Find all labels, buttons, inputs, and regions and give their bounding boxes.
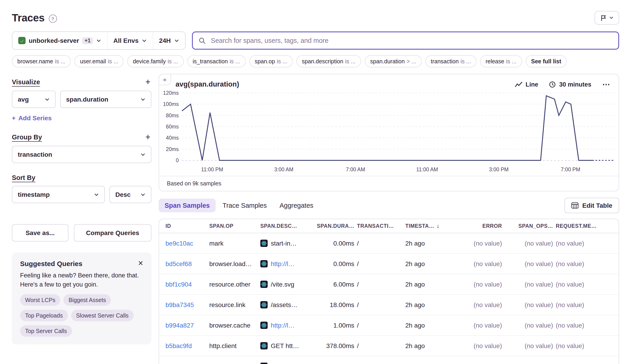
span-id-link[interactable]: be9c10ac	[165, 240, 193, 247]
timestamp-cell: 2h ago	[405, 260, 425, 268]
span-id-link[interactable]: b9ba7345	[165, 301, 194, 308]
column-header-timesta[interactable]: TIMESTA…↓	[405, 223, 449, 229]
search-bar[interactable]	[192, 32, 619, 50]
aggregate-select[interactable]: avg	[12, 91, 56, 108]
collapse-sidebar-button[interactable]: «	[159, 74, 171, 85]
error-cell: (no value)	[449, 240, 505, 247]
suggested-query-chips: Worst LCPsBiggest AssetsTop PageloadsSlo…	[20, 294, 143, 341]
chevron-down-icon	[94, 192, 99, 197]
suggested-queries-title: Suggested Queries	[20, 260, 143, 268]
transaction-cell: /	[357, 322, 405, 329]
feature-flags-button[interactable]	[594, 11, 619, 24]
close-icon[interactable]: ×	[135, 258, 146, 268]
filter-chip[interactable]: user.email is ...	[75, 55, 124, 68]
suggested-query-chip[interactable]: Top Server Calls	[20, 325, 72, 337]
suggested-query-chip[interactable]: Slowest Server Calls	[71, 310, 134, 321]
add-visualize-button[interactable]: +	[145, 78, 151, 86]
filter-chip-key: release	[486, 58, 504, 64]
transaction-cell: /	[357, 301, 405, 308]
samples-note: Based on 9k samples	[159, 176, 619, 191]
column-header-request-me[interactable]: REQUEST.ME…	[556, 223, 612, 229]
table-row[interactable]: bd5cef68 browser.load… http://l… 0.00ms …	[159, 254, 619, 274]
timestamp-cell: 2h ago	[405, 240, 425, 247]
group-by-select[interactable]: transaction	[12, 146, 151, 163]
span-ops-cell: (no value)	[505, 240, 556, 247]
chart-type-control[interactable]: Line	[514, 81, 538, 88]
column-header-error[interactable]: ERROR	[449, 223, 505, 229]
date-range-selector[interactable]: 24H	[153, 32, 185, 49]
filter-chip[interactable]: is_transaction is ...	[187, 55, 245, 68]
see-full-list-button[interactable]: See full list	[526, 55, 567, 68]
column-header-transacti[interactable]: TRANSACTI…	[357, 223, 405, 229]
line-chart-icon	[514, 81, 522, 87]
span-op-cell: browser.cache	[209, 322, 260, 329]
svg-text:20ms: 20ms	[166, 146, 179, 152]
column-header-span-dura[interactable]: SPAN.DURA…	[317, 223, 357, 229]
svg-text:3:00 PM: 3:00 PM	[489, 166, 509, 172]
column-header-span-desc[interactable]: SPAN.DESC…	[260, 223, 317, 229]
visualize-label: Visualize	[12, 78, 40, 86]
edit-table-button[interactable]: Edit Table	[564, 198, 619, 213]
visualize-field-select[interactable]: span.duration	[60, 91, 151, 108]
react-project-icon	[260, 322, 268, 329]
span-id-link[interactable]: b5bac9fd	[165, 342, 192, 350]
span-id-link[interactable]: b994a827	[165, 322, 194, 329]
filter-chip[interactable]: span.duration > ...	[365, 55, 422, 68]
help-icon[interactable]: ?	[49, 14, 57, 23]
sort-direction-select[interactable]: Desc	[109, 186, 151, 203]
date-range-label: 24H	[159, 37, 171, 44]
table-row[interactable]: b994a827 browser.cache http://l… 1.00ms …	[159, 315, 619, 336]
suggested-query-chip[interactable]: Biggest Assets	[64, 294, 111, 306]
suggested-query-chip[interactable]: Top Pageloads	[20, 310, 68, 321]
add-series-button[interactable]: + Add Series	[12, 114, 52, 122]
table-body: be9c10ac mark start-in… 0.00ms / 2h ago …	[159, 233, 619, 364]
react-project-icon	[260, 342, 268, 350]
span-ops-cell: (no value)	[505, 342, 556, 350]
table-row[interactable]: b9ba7345 resource.link /assets… 18.00ms …	[159, 295, 619, 315]
filter-chip[interactable]: device.family is ...	[127, 55, 183, 68]
suggested-query-chip[interactable]: Worst LCPs	[20, 294, 60, 306]
filter-chip-op: > ...	[407, 58, 416, 64]
chevron-down-icon	[609, 16, 613, 20]
filter-chip[interactable]: browser.name is ...	[12, 55, 71, 68]
environment-selector[interactable]: All Envs	[107, 32, 153, 49]
column-header-span-ops[interactable]: SPAN_OPS…	[505, 223, 556, 229]
table-row[interactable]: b5bac9fd http.client GET htt… 378.00ms /…	[159, 336, 619, 356]
span-desc-cell: /vite.svg	[260, 281, 317, 288]
plus-icon: +	[12, 114, 16, 122]
table-row[interactable]: be9c10ac mark start-in… 0.00ms / 2h ago …	[159, 233, 619, 254]
span-desc-text: GET htt…	[271, 342, 299, 350]
filter-chip[interactable]: span.op is ...	[249, 55, 293, 68]
filter-chip[interactable]: transaction is ...	[425, 55, 476, 68]
compare-queries-button[interactable]: Compare Queries	[74, 224, 151, 242]
project-icon	[18, 37, 26, 44]
column-header-span-op[interactable]: SPAN.OP	[209, 223, 260, 229]
tab-trace-samples[interactable]: Trace Samples	[217, 199, 273, 212]
visualize-field-value: span.duration	[66, 96, 108, 103]
span-id-link[interactable]: b41bfb26	[165, 363, 192, 364]
interval-control[interactable]: 30 minutes	[549, 81, 591, 88]
table-row[interactable]: bbf1c904 resource.other /vite.svg 6.00ms…	[159, 274, 619, 295]
save-as-button[interactable]: Save as...	[12, 224, 68, 242]
sort-direction-value: Desc	[115, 191, 131, 198]
span-id-link[interactable]: bbf1c904	[165, 281, 192, 288]
table-icon	[571, 202, 578, 209]
filter-chip[interactable]: release is ...	[480, 55, 522, 68]
filter-chip-key: span.duration	[370, 58, 405, 64]
table-row[interactable]: b41bfb26 resource.ifra… https://… 276.00…	[159, 356, 619, 364]
request-method-cell: (no value)	[556, 281, 612, 288]
span-op-cell: resource.other	[209, 281, 260, 288]
span-id-link[interactable]: bd5cef68	[165, 260, 192, 268]
chart-more-button[interactable]: ⋯	[602, 80, 610, 88]
project-selector[interactable]: unborked-server +1	[12, 32, 107, 49]
sort-field-select[interactable]: timestamp	[12, 186, 105, 203]
column-header-id[interactable]: ID	[165, 223, 209, 229]
search-input[interactable]	[210, 36, 613, 45]
add-group-by-button[interactable]: +	[145, 132, 151, 141]
tab-aggregates[interactable]: Aggregates	[273, 199, 319, 212]
filter-chip[interactable]: span.description is ...	[296, 55, 361, 68]
span-op-cell: browser.load…	[209, 260, 260, 268]
chevron-down-icon	[140, 192, 145, 197]
tab-span-samples[interactable]: Span Samples	[159, 199, 216, 212]
table-header-row: IDSPAN.OPSPAN.DESC…SPAN.DURA…TRANSACTI…T…	[159, 219, 619, 233]
